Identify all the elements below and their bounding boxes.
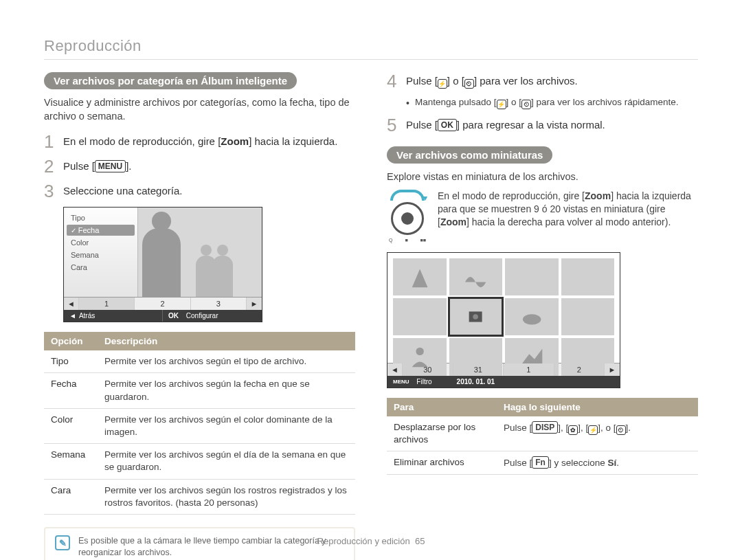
thumbs-intro: Explore vistas en miniatura de los archi… <box>387 170 698 184</box>
step-text-post: ]. <box>126 160 131 172</box>
timer-icon: ⏲ <box>521 100 531 109</box>
category-menu: Tipo Fecha Color Semana Cara <box>64 208 138 297</box>
back-arrow-icon: ◄ <box>69 312 76 320</box>
action-val: Pulse [DISP], [✿], [⚡], o [⏲]. <box>497 416 698 451</box>
t: ] para ver los archivos rápidamente. <box>531 97 679 107</box>
ok-button-label: OK <box>438 119 457 131</box>
date-label: 2010. 01. 01 <box>457 378 495 385</box>
action-key: Desplazarse por los archivos <box>387 416 497 451</box>
menu-item-color: Color <box>64 236 137 249</box>
step-3: 3 Seleccione una categoría. <box>44 182 355 200</box>
action-val: Pulse [Fn] y seleccione Sí. <box>497 451 698 475</box>
timer-icon: ⏲ <box>464 79 474 89</box>
thumb-cell <box>449 258 503 295</box>
th-para: Para <box>387 398 497 416</box>
page-number: 65 <box>415 536 425 546</box>
svg-point-2 <box>522 314 541 324</box>
t: ], [ <box>558 423 568 433</box>
timer-icon: ⏲ <box>616 425 626 435</box>
table-row: Desplazarse por los archivos Pulse [DISP… <box>387 416 698 451</box>
table-row: SemanaPermite ver los archivos según el … <box>44 444 355 479</box>
thumb-cell-selected <box>449 298 503 335</box>
t: ] para regresar a la vista normal. <box>457 119 605 131</box>
menu-item-semana: Semana <box>64 249 137 261</box>
fn-button-label: Fn <box>532 456 549 469</box>
t: ] para ver los archivos. <box>474 75 578 87</box>
menu-label: MENU <box>393 379 409 385</box>
flash-icon: ⚡ <box>497 100 506 109</box>
opt-key: Semana <box>44 444 98 479</box>
silhouette-icon <box>212 256 233 297</box>
opt-val: Permite ver los archivos según los rostr… <box>98 479 355 514</box>
strip-cell: 1 <box>504 363 554 376</box>
opt-key: Cara <box>44 479 98 514</box>
svg-point-3 <box>416 348 423 355</box>
thumb-cell <box>393 298 447 335</box>
step-2: 2 Pulse [MENU]. <box>44 157 355 175</box>
thumb-footer: MENU Filtro 2010. 01. 01 <box>387 376 620 388</box>
step-text: Pulse [OK] para regresar a la vista norm… <box>406 116 605 132</box>
zoom-label: Zoom <box>585 190 611 201</box>
page-strip: ◄ 1 2 3 ► <box>64 297 262 310</box>
strip-cell: 2 <box>554 363 605 376</box>
action-key: Eliminar archivos <box>387 451 497 475</box>
step-number: 4 <box>387 72 399 90</box>
config-label: Configurar <box>186 312 218 320</box>
t: ] hacia la derecha para volver al modo a… <box>466 216 671 227</box>
table-row: ColorPermite ver los archivos según el c… <box>44 408 355 443</box>
bullet-icon <box>406 97 409 109</box>
menu-item-tipo: Tipo <box>64 212 137 224</box>
page-footer: Reproducción y edición 65 <box>0 536 742 546</box>
silhouette-icon <box>142 228 181 297</box>
step-text-pre: Pulse [ <box>63 160 95 172</box>
step-1: 1 En el modo de reproducción, gire [Zoom… <box>44 133 355 150</box>
strip-cell: 1 <box>79 298 135 310</box>
zoom-dial-icon: Q■■■ <box>387 190 428 243</box>
step-text: Pulse [⚡] o [⏲] para ver los archivos. <box>406 72 578 89</box>
step-text-pre: En el modo de reproducción, gire [ <box>63 135 221 147</box>
step-5: 5 Pulse [OK] para regresar a la vista no… <box>387 116 698 134</box>
th-option: Opción <box>44 332 98 350</box>
footer-text: Reproducción y edición <box>317 536 410 546</box>
filter-label: Filtro <box>416 378 431 385</box>
step-4-sub: Mantenga pulsado [⚡] o [⏲] para ver los … <box>406 97 698 109</box>
step-text-post: ] hacia la izquierda. <box>249 135 337 147</box>
opt-key: Fecha <box>44 373 98 408</box>
dial-m: ■ <box>405 238 407 243</box>
subsection-pill-thumbs: Ver archivos como miniaturas <box>387 146 552 164</box>
step-number: 1 <box>44 133 56 150</box>
flash-icon: ⚡ <box>588 425 598 435</box>
opt-key: Color <box>44 408 98 443</box>
section-header: Reproducción <box>44 37 698 55</box>
step-number: 5 <box>387 116 399 134</box>
right-column: 4 Pulse [⚡] o [⏲] para ver los archivos.… <box>387 72 698 560</box>
header-rule <box>44 59 698 60</box>
menu-button-label: MENU <box>95 160 126 172</box>
t: Mantenga pulsado [ <box>415 97 497 107</box>
thumb-cell <box>393 258 447 295</box>
left-column: Ver archivos por categoría en Álbum inte… <box>44 72 355 560</box>
back-label: Atrás <box>79 312 95 320</box>
opt-val: Permite ver los archivos según la fecha … <box>98 373 355 408</box>
t: En el modo de reproducción, gire [ <box>438 190 585 201</box>
t: Pulse [ <box>504 423 532 433</box>
actions-table: Para Haga lo siguiente Desplazarse por l… <box>387 398 698 475</box>
menu-item-fecha-selected: Fecha <box>67 225 135 236</box>
t: Pulse [ <box>406 119 438 131</box>
strip-cell: 3 <box>191 298 247 310</box>
step-text: Seleccione una categoría. <box>63 182 182 198</box>
t: . <box>616 458 619 468</box>
th-description: Descripción <box>98 332 355 350</box>
strip-cell: 30 <box>403 363 453 376</box>
strip-cell: 31 <box>453 363 504 376</box>
camera-album-screenshot: Tipo Fecha Color Semana Cara ◄ 1 2 <box>63 207 262 322</box>
strip-prev-icon: ◄ <box>387 363 403 376</box>
t: ] y seleccione <box>549 458 608 468</box>
dial-l: Q <box>389 238 392 243</box>
strip-next-icon: ► <box>247 298 262 310</box>
svg-point-1 <box>473 314 478 320</box>
options-table: Opción Descripción TipoPermite ver los a… <box>44 332 355 515</box>
thumb-date-strip: ◄ 30 31 1 2 ► <box>387 363 620 376</box>
th-haga: Haga lo siguiente <box>497 398 698 416</box>
camera-footer: ◄Atrás OK Configurar <box>64 310 262 322</box>
